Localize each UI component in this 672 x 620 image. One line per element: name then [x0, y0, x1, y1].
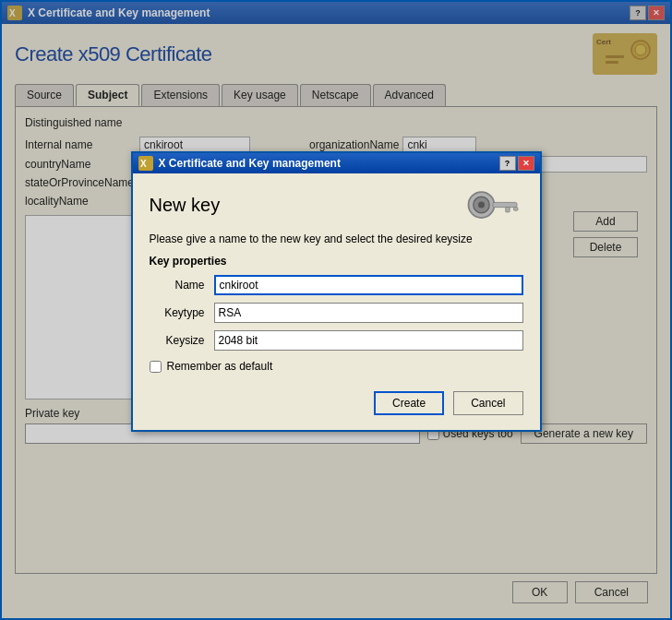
modal-heading: New key	[150, 195, 221, 216]
modal-body: New key	[133, 173, 540, 430]
modal-footer: Create Cancel	[150, 391, 523, 415]
key-svg	[459, 186, 523, 223]
svg-point-12	[478, 202, 485, 209]
name-row: Name	[150, 275, 523, 295]
svg-rect-14	[505, 208, 509, 212]
name-label: Name	[150, 279, 214, 292]
outer-window: X X Certificate and Key management ? ✕ C…	[0, 0, 672, 620]
keytype-select[interactable]: RSA DSA EC	[214, 303, 523, 323]
modal-overlay: X X Certificate and Key management ? ✕ N…	[2, 2, 670, 618]
modal-section-label: Key properties	[150, 255, 523, 268]
modal-help-button[interactable]: ?	[499, 156, 516, 171]
name-input[interactable]	[214, 275, 523, 295]
modal-form: Name Keytype RSA DSA EC Key	[150, 275, 523, 351]
modal-titlebar-left: X X Certificate and Key management	[138, 156, 341, 171]
svg-rect-13	[492, 202, 516, 207]
keytype-row: Keytype RSA DSA EC	[150, 303, 523, 323]
remember-row: Remember as default	[150, 360, 523, 373]
modal-window-title: X Certificate and Key management	[159, 157, 341, 170]
modal-app-icon: X	[138, 156, 153, 171]
keysize-select[interactable]: 1024 bit 2048 bit 4096 bit	[214, 330, 523, 351]
modal-titlebar: X X Certificate and Key management ? ✕	[133, 153, 540, 173]
modal-cancel-button[interactable]: Cancel	[453, 391, 522, 415]
keysize-label: Keysize	[150, 334, 214, 347]
create-button[interactable]: Create	[374, 391, 444, 415]
svg-rect-15	[513, 208, 517, 211]
modal-close-button[interactable]: ✕	[518, 156, 534, 171]
remember-checkbox[interactable]	[150, 361, 162, 373]
modal-titlebar-buttons: ? ✕	[499, 156, 534, 171]
key-icon	[459, 186, 523, 223]
modal-description: Please give a name to the new key and se…	[150, 232, 523, 245]
keytype-label: Keytype	[150, 306, 214, 319]
remember-label: Remember as default	[167, 360, 273, 373]
svg-text:X: X	[140, 159, 147, 169]
modal-window: X X Certificate and Key management ? ✕ N…	[131, 151, 542, 432]
modal-title-row: New key	[150, 186, 523, 223]
keysize-row: Keysize 1024 bit 2048 bit 4096 bit	[150, 330, 523, 351]
